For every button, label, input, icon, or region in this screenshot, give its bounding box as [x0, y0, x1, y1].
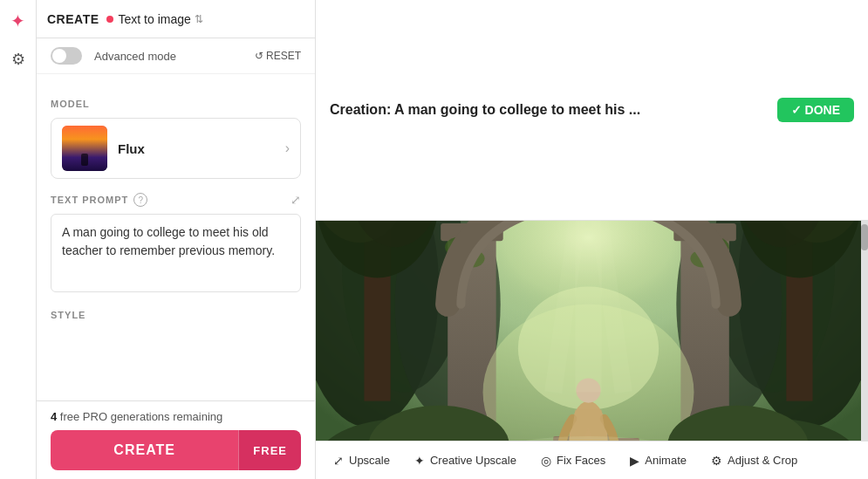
upscale-icon: ⤢	[333, 454, 344, 468]
left-panel-bottom: 4 free PRO generations remaining CREATE …	[37, 400, 315, 479]
toggle-knob	[52, 49, 66, 63]
free-badge[interactable]: FREE	[238, 430, 301, 470]
style-section-label: STYLE	[51, 310, 301, 320]
create-button[interactable]: CREATE	[51, 430, 238, 470]
chevron-updown-icon: ⇅	[195, 13, 203, 25]
model-thumbnail	[62, 126, 107, 171]
settings-icon: ⚙	[11, 50, 25, 69]
upscale-label: Upscale	[349, 454, 390, 467]
right-header: Creation: A man going to college to meet…	[316, 0, 868, 221]
free-generations-info: 4 free PRO generations remaining	[51, 410, 301, 423]
shuffle-icon[interactable]: ⤢	[290, 193, 301, 207]
adjust-crop-icon: ⚙	[711, 454, 722, 468]
creative-upscale-label: Creative Upscale	[430, 454, 516, 467]
text-to-image-selector[interactable]: Text to image ⇅	[106, 12, 203, 26]
prompt-help-icon[interactable]: ?	[133, 193, 147, 207]
adjust-crop-button[interactable]: ⚙ Adjust & Crop	[701, 448, 808, 473]
model-section-label: MODEL	[51, 99, 301, 109]
adjust-crop-label: Adjust & Crop	[728, 454, 797, 467]
text-to-image-label: Text to image	[119, 12, 191, 26]
fix-faces-button[interactable]: ◎ Fix Faces	[530, 448, 616, 473]
image-container	[316, 221, 861, 441]
reset-button[interactable]: ↺ RESET	[255, 50, 301, 62]
upscale-button[interactable]: ⤢ Upscale	[323, 448, 400, 473]
create-icon: ✦	[10, 10, 25, 31]
animate-icon: ▶	[630, 454, 639, 468]
model-thumbnail-inner	[62, 126, 107, 171]
advanced-mode-row: Advanced mode ↺ RESET	[37, 38, 315, 74]
fix-faces-label: Fix Faces	[557, 454, 605, 467]
model-card[interactable]: Flux ›	[51, 118, 301, 179]
model-figure	[81, 154, 88, 166]
right-panel-inner	[316, 221, 868, 441]
advanced-mode-label: Advanced mode	[94, 50, 176, 63]
image-toolbar: ⤢ Upscale ✦ Creative Upscale ◎ Fix Faces…	[316, 441, 868, 479]
advanced-mode-toggle[interactable]	[51, 47, 82, 65]
model-chevron-icon: ›	[285, 140, 290, 156]
create-icon-btn[interactable]: ✦	[4, 7, 32, 35]
create-label: CREATE	[47, 12, 99, 26]
image-scrollbar[interactable]	[861, 221, 868, 441]
prompt-label: TEXT PROMPT	[51, 195, 128, 205]
prompt-label-row: TEXT PROMPT ?	[51, 193, 147, 207]
fix-faces-icon: ◎	[541, 454, 551, 468]
left-header: CREATE Text to image ⇅	[37, 0, 315, 38]
mode-dot	[106, 16, 113, 23]
model-name: Flux	[118, 141, 275, 156]
advanced-mode-label-group: Advanced mode	[51, 47, 176, 65]
left-panel: CREATE Text to image ⇅ Advanced mode ↺ R…	[37, 0, 316, 479]
creative-upscale-icon: ✦	[414, 454, 425, 468]
done-button[interactable]: ✓ DONE	[777, 98, 854, 122]
generated-image-svg	[316, 221, 861, 441]
sidebar: ✦ ⚙	[0, 0, 37, 479]
creation-title: Creation: A man going to college to meet…	[330, 102, 767, 118]
settings-icon-btn[interactable]: ⚙	[4, 45, 32, 73]
creative-upscale-button[interactable]: ✦ Creative Upscale	[404, 448, 527, 473]
free-generations-text: free PRO generations remaining	[60, 410, 222, 423]
animate-label: Animate	[645, 454, 687, 467]
main-area: Creation: A man going to college to meet…	[316, 0, 868, 479]
prompt-header: TEXT PROMPT ? ⤢	[51, 193, 301, 207]
create-button-group[interactable]: CREATE FREE	[51, 430, 301, 470]
scrollbar-thumb[interactable]	[861, 224, 868, 250]
left-panel-content: MODEL Flux › TEXT PROMPT ? ⤢	[37, 74, 315, 400]
prompt-textarea[interactable]: A man going to college to meet his old t…	[51, 214, 301, 292]
free-generations-count: 4	[51, 410, 57, 423]
animate-button[interactable]: ▶ Animate	[619, 448, 697, 473]
